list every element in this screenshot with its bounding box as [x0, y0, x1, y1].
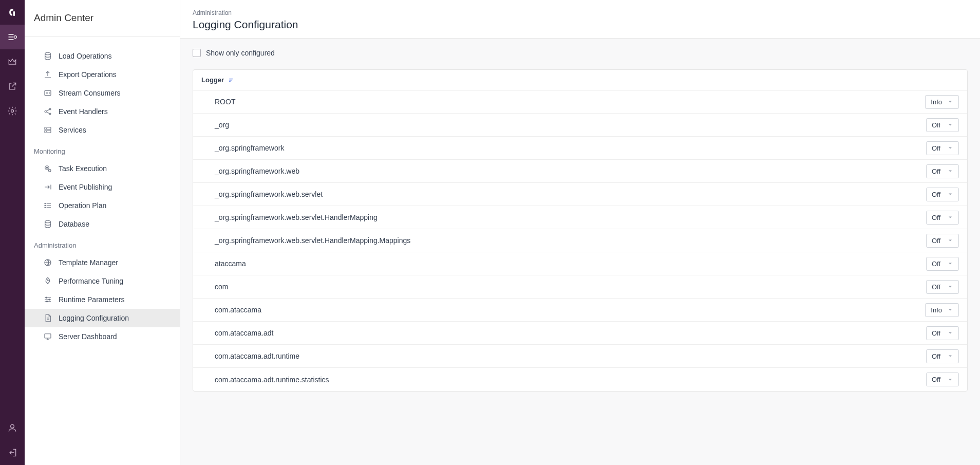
level-value: Info	[931, 306, 942, 314]
rail-item-user[interactable]	[0, 416, 25, 440]
logger-row: com.ataccamaInfo	[193, 299, 967, 322]
file-icon	[43, 313, 52, 323]
logger-table: Logger ROOTInfo_orgOff_org.springframewo…	[193, 69, 968, 392]
chevron-down-icon	[947, 145, 953, 151]
level-select[interactable]: Off	[926, 211, 959, 225]
rail-item-external[interactable]	[0, 74, 25, 99]
logger-row: com.ataccama.adt.runtimeOff	[193, 345, 967, 368]
logger-name: com.ataccama.adt.runtime	[215, 352, 926, 360]
sidebar-item-label: Event Publishing	[59, 183, 112, 191]
level-value: Off	[932, 214, 940, 221]
level-select[interactable]: Off	[926, 349, 959, 363]
database-icon	[43, 51, 52, 61]
main-header: Administration Logging Configuration	[180, 0, 980, 39]
sidebar-item-label: Runtime Parameters	[59, 295, 124, 304]
rail-item-crown[interactable]	[0, 49, 25, 74]
level-value: Off	[932, 283, 940, 291]
level-select[interactable]: Off	[926, 326, 959, 340]
main-area: Administration Logging Configuration Sho…	[180, 0, 980, 465]
sidebar: Admin Center Load OperationsExport Opera…	[25, 0, 180, 465]
svg-point-10	[46, 128, 47, 129]
svg-point-12	[45, 166, 49, 170]
logger-row: com.ataccama.adt.runtime.statisticsOff	[193, 368, 967, 391]
level-select[interactable]: Off	[926, 234, 959, 248]
level-value: Off	[932, 121, 940, 129]
level-select[interactable]: Info	[925, 95, 959, 109]
sidebar-title: Admin Center	[25, 0, 180, 36]
svg-point-21	[46, 297, 47, 298]
column-header-logger: Logger	[201, 76, 224, 84]
level-select[interactable]: Off	[926, 164, 959, 178]
logger-row: comOff	[193, 275, 967, 299]
sidebar-item-logging-configuration[interactable]: Logging Configuration	[25, 309, 180, 327]
svg-point-7	[49, 113, 51, 115]
sidebar-item-label: Logging Configuration	[59, 314, 129, 322]
svg-point-13	[46, 167, 47, 168]
level-value: Off	[932, 260, 940, 268]
logger-name: com	[215, 283, 926, 291]
sidebar-item-task-execution[interactable]: Task Execution	[25, 159, 180, 178]
sidebar-item-label: Services	[59, 126, 86, 134]
table-header[interactable]: Logger	[193, 70, 967, 90]
sidebar-item-services[interactable]: Services	[25, 121, 180, 139]
level-value: Off	[932, 376, 940, 383]
logger-name: _org.springframework.web.servlet.Handler…	[215, 236, 926, 245]
chevron-down-icon	[947, 330, 953, 336]
level-select[interactable]: Off	[926, 373, 959, 386]
svg-point-22	[49, 299, 50, 300]
sidebar-item-label: Event Handlers	[59, 107, 108, 116]
sidebar-item-template-manager[interactable]: Template Manager	[25, 253, 180, 272]
chevron-down-icon	[947, 99, 953, 105]
svg-point-2	[11, 424, 14, 428]
globe-icon	[43, 258, 52, 267]
level-select[interactable]: Off	[926, 141, 959, 155]
logger-name: ataccama	[215, 259, 926, 268]
rail-item-config[interactable]	[0, 25, 25, 49]
sidebar-item-load-operations[interactable]: Load Operations	[25, 47, 180, 65]
upload-icon	[43, 70, 52, 79]
svg-point-6	[49, 108, 51, 110]
sidebar-item-label: Performance Tuning	[59, 277, 123, 285]
sidebar-item-label: Template Manager	[59, 258, 118, 267]
level-select[interactable]: Off	[926, 188, 959, 201]
sidebar-item-label: Database	[59, 220, 89, 228]
svg-point-17	[45, 207, 46, 208]
level-select[interactable]: Off	[926, 118, 959, 132]
sidebar-content: Load OperationsExport OperationsStream C…	[25, 36, 180, 465]
chevron-down-icon	[947, 353, 953, 359]
level-select[interactable]: Info	[925, 303, 959, 317]
show-only-configured-checkbox[interactable]	[193, 49, 201, 57]
svg-point-16	[45, 205, 46, 206]
sidebar-item-performance-tuning[interactable]: Performance Tuning	[25, 272, 180, 290]
sidebar-group-title: Administration	[25, 233, 180, 253]
svg-point-3	[45, 52, 51, 55]
logger-row: _orgOff	[193, 114, 967, 137]
sidebar-item-export-operations[interactable]: Export Operations	[25, 65, 180, 84]
arrow-right-icon	[43, 182, 52, 192]
sidebar-item-runtime-parameters[interactable]: Runtime Parameters	[25, 290, 180, 309]
logger-row: ataccamaOff	[193, 252, 967, 275]
logger-name: _org.springframework.web	[215, 167, 926, 175]
logger-row: ROOTInfo	[193, 90, 967, 114]
logger-row: _org.springframework.web.servlet.Handler…	[193, 229, 967, 252]
level-select[interactable]: Off	[926, 257, 959, 271]
breadcrumb: Administration	[193, 9, 968, 16]
rail-item-settings[interactable]	[0, 99, 25, 123]
chevron-down-icon	[947, 261, 953, 267]
sidebar-item-database[interactable]: Database	[25, 215, 180, 233]
sort-icon[interactable]	[228, 77, 235, 84]
sidebar-item-event-handlers[interactable]: Event Handlers	[25, 102, 180, 121]
sidebar-item-event-publishing[interactable]: Event Publishing	[25, 178, 180, 196]
svg-point-5	[45, 111, 46, 113]
logger-row: _org.springframework.webOff	[193, 160, 967, 183]
sidebar-item-server-dashboard[interactable]: Server Dashboard	[25, 327, 180, 346]
rail-item-logout[interactable]	[0, 440, 25, 465]
level-select[interactable]: Off	[926, 280, 959, 294]
svg-rect-8	[45, 127, 51, 130]
sidebar-item-operation-plan[interactable]: Operation Plan	[25, 196, 180, 215]
logger-row: _org.springframework.web.servlet.Handler…	[193, 206, 967, 229]
sidebar-item-stream-consumers[interactable]: Stream Consumers	[25, 84, 180, 102]
sidebar-item-label: Stream Consumers	[59, 89, 121, 97]
svg-point-11	[46, 132, 47, 132]
chevron-down-icon	[947, 237, 953, 244]
